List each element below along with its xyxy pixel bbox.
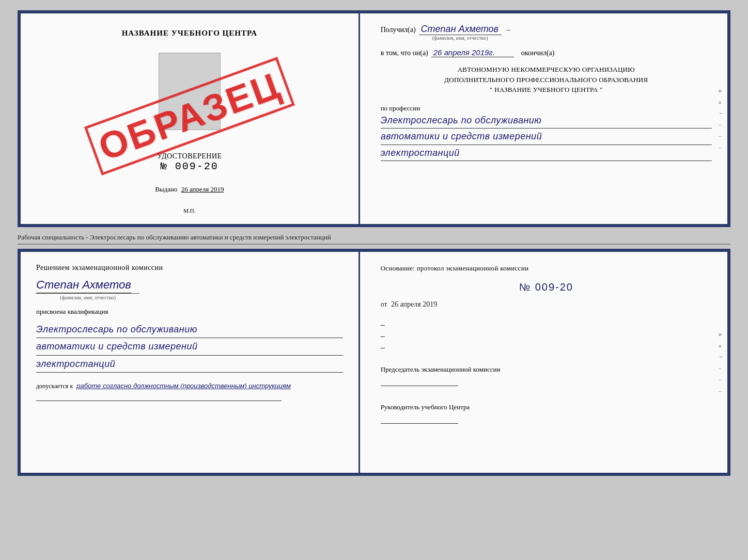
received-row: Получил(а) Степан Ахметов (фамилия, имя,… — [381, 24, 712, 41]
date-prefix: в том, что он(а) — [381, 49, 428, 57]
basis-label: Основание: протокол экзаменационной коми… — [381, 264, 529, 272]
doc-number: № 009-20 — [157, 161, 222, 172]
finished-label: окончил(а) — [521, 49, 555, 57]
admission-prefix: допускается к — [36, 382, 73, 390]
seal-label: М.П. — [183, 207, 195, 214]
profession-block: по профессии Электрослесарь по обслужива… — [381, 102, 712, 162]
qual-line3: электростанций — [36, 356, 343, 373]
side-marks-top: и а ← – – – — [719, 87, 724, 150]
bottom-right: Основание: протокол экзаменационной коми… — [360, 252, 727, 473]
basis-block: Основание: протокол экзаменационной коми… — [381, 262, 712, 274]
profession-line3: электростанций — [381, 145, 712, 162]
photo-area — [159, 53, 221, 130]
bottom-line-left — [36, 401, 282, 401]
chairman-block: Председатель экзаменационной комиссии — [381, 363, 712, 390]
separator-text: Рабочая специальность - Электрослесарь п… — [18, 231, 730, 245]
protocol-date-value: 26 апреля 2019 — [391, 300, 437, 308]
bottom-left: Решением экзаменационной комиссии Степан… — [21, 252, 360, 473]
issued-date: Выдано 26 апреля 2019 — [155, 185, 224, 194]
org-name-block: АВТОНОМНУЮ НЕКОММЕРЧЕСКУЮ ОРГАНИЗАЦИЮ ДО… — [381, 65, 712, 95]
qual-line2: автоматики и средств измерений — [36, 338, 343, 355]
dash-4: – — [381, 343, 712, 352]
fio-subtitle-top: (фамилия, имя, отчество) — [419, 35, 502, 41]
right-page: Получил(а) Степан Ахметов (фамилия, имя,… — [360, 13, 727, 224]
dash-1: – — [507, 26, 510, 34]
qualification-prefix: присвоена квалификация — [36, 308, 343, 316]
date-prefix-bottom: от — [381, 300, 387, 308]
profession-label: по профессии — [381, 104, 712, 113]
org-line2: ДОПОЛНИТЕЛЬНОГО ПРОФЕССИОНАЛЬНОГО ОБРАЗО… — [381, 75, 712, 85]
qualification-block: Электрослесарь по обслуживанию автоматик… — [36, 321, 343, 373]
person-name-top: Степан Ахметов — [419, 24, 502, 35]
fio-subtitle-bottom: (фамилия, имя, отчество) — [36, 293, 139, 300]
date-row: в том, что он(а) 26 апреля 2019г. окончи… — [381, 48, 712, 57]
date-value: 26 апреля 2019г. — [431, 48, 514, 57]
doc-label: УДОСТОВЕРЕНИЕ — [157, 152, 222, 161]
admission-block: допускается к работе согласно должностны… — [36, 381, 343, 391]
chairman-signature-line — [381, 376, 458, 386]
dash-3: – — [381, 331, 712, 341]
decision-label: Решением экзаменационной комиссии — [36, 262, 343, 273]
org-line1: АВТОНОМНУЮ НЕКОММЕРЧЕСКУЮ ОРГАНИЗАЦИЮ — [381, 65, 712, 75]
org-line3: " НАЗВАНИЕ УЧЕБНОГО ЦЕНТРА " — [381, 85, 712, 95]
center-leader-block: Руководитель учебного Центра — [381, 401, 712, 427]
bottom-document: Решением экзаменационной комиссии Степан… — [18, 249, 730, 476]
qual-line1: Электрослесарь по обслуживанию — [36, 321, 343, 338]
document-container: НАЗВАНИЕ УЧЕБНОГО ЦЕНТРА УДОСТОВЕРЕНИЕ №… — [18, 10, 730, 476]
protocol-date: от 26 апреля 2019 — [381, 300, 712, 309]
person-name-bottom-row: Степан Ахметов (фамилия, имя, отчество) — [36, 278, 343, 300]
profession-line2: автоматики и средств измерений — [381, 129, 712, 145]
cert-title: НАЗВАНИЕ УЧЕБНОГО ЦЕНТРА — [122, 29, 257, 38]
issued-prefix: Выдано — [155, 185, 177, 193]
received-label: Получил(а) — [381, 26, 416, 34]
protocol-number: № 009-20 — [381, 281, 712, 293]
side-marks-bottom: и а ← – – – — [719, 331, 724, 394]
top-document: НАЗВАНИЕ УЧЕБНОГО ЦЕНТРА УДОСТОВЕРЕНИЕ №… — [18, 10, 730, 227]
profession-line1: Электрослесарь по обслуживанию — [381, 113, 712, 129]
person-name-bottom: Степан Ахметов — [36, 278, 131, 293]
chairman-title: Председатель экзаменационной комиссии — [381, 363, 712, 375]
admission-text: работе согласно должностным (производств… — [76, 382, 291, 390]
center-leader-title: Руководитель учебного Центра — [381, 401, 712, 413]
left-page: НАЗВАНИЕ УЧЕБНОГО ЦЕНТРА УДОСТОВЕРЕНИЕ №… — [21, 13, 360, 224]
issued-date-value: 26 апреля 2019 — [181, 185, 224, 193]
leader-signature-line — [381, 413, 458, 424]
dash-2: – — [381, 320, 712, 329]
